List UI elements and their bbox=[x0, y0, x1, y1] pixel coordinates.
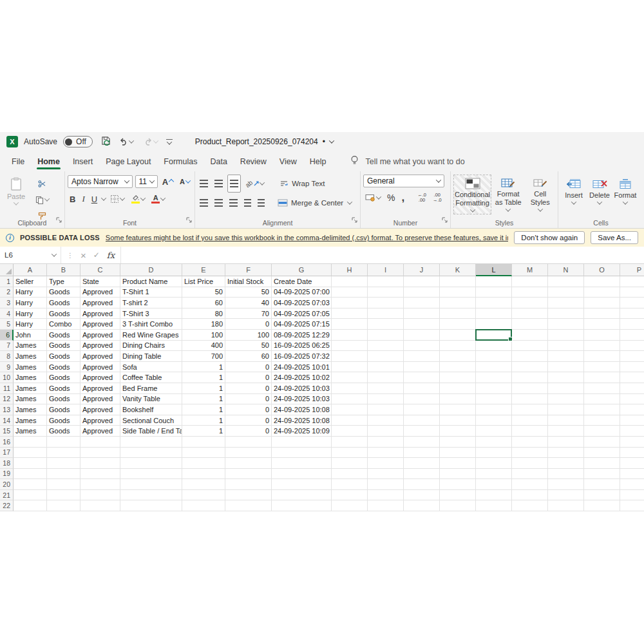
cell-E16[interactable] bbox=[182, 437, 225, 448]
cell-C7[interactable]: Approved bbox=[80, 341, 120, 352]
cell-A3[interactable]: Harry bbox=[14, 298, 47, 308]
cell-N1[interactable] bbox=[548, 276, 584, 287]
cell-F5[interactable]: 0 bbox=[225, 319, 272, 330]
bottom-align-icon[interactable] bbox=[227, 175, 241, 193]
fill-color-icon[interactable] bbox=[129, 192, 147, 206]
cell-C18[interactable] bbox=[80, 458, 120, 469]
cell-K15[interactable] bbox=[440, 426, 476, 437]
row-header-22[interactable]: 22 bbox=[0, 500, 14, 511]
cell-C19[interactable] bbox=[80, 469, 120, 480]
row-header-1[interactable]: 1 bbox=[0, 276, 14, 287]
cell-M20[interactable] bbox=[512, 479, 548, 490]
cell-D6[interactable]: Red Wine Grapes bbox=[120, 330, 182, 341]
cell-A22[interactable] bbox=[14, 500, 47, 511]
cell-L17[interactable] bbox=[476, 448, 512, 459]
tab-insert[interactable]: Insert bbox=[66, 153, 99, 170]
cell-P5[interactable] bbox=[620, 319, 644, 330]
cell-M17[interactable] bbox=[512, 448, 548, 459]
cell-P3[interactable] bbox=[620, 298, 644, 308]
cell-N15[interactable] bbox=[548, 426, 584, 437]
cell-A8[interactable]: James bbox=[14, 351, 47, 362]
cell-H14[interactable] bbox=[332, 415, 368, 426]
cell-M1[interactable] bbox=[512, 276, 548, 287]
cell-J22[interactable] bbox=[404, 500, 440, 511]
column-header-N[interactable]: N bbox=[548, 264, 584, 276]
cell-K14[interactable] bbox=[440, 415, 476, 426]
top-align-icon[interactable] bbox=[198, 176, 210, 191]
undo-icon[interactable] bbox=[117, 135, 135, 149]
cell-K3[interactable] bbox=[440, 298, 476, 308]
cell-K10[interactable] bbox=[440, 372, 476, 383]
cell-D21[interactable] bbox=[120, 490, 182, 501]
cell-J9[interactable] bbox=[404, 362, 440, 373]
cell-E20[interactable] bbox=[182, 479, 225, 490]
cell-H8[interactable] bbox=[332, 351, 368, 362]
cell-C10[interactable]: Approved bbox=[80, 372, 120, 383]
cell-C9[interactable]: Approved bbox=[80, 362, 120, 373]
copy-icon[interactable] bbox=[33, 193, 51, 207]
cell-L11[interactable] bbox=[476, 383, 512, 394]
cell-N8[interactable] bbox=[548, 351, 584, 362]
cell-E1[interactable]: List Price bbox=[182, 276, 225, 287]
cell-A17[interactable] bbox=[14, 448, 47, 459]
middle-align-icon[interactable] bbox=[213, 176, 225, 191]
column-header-G[interactable]: G bbox=[272, 264, 332, 276]
cell-E4[interactable]: 80 bbox=[182, 308, 225, 319]
cell-O21[interactable] bbox=[584, 490, 620, 501]
cell-P14[interactable] bbox=[620, 415, 644, 426]
cell-C22[interactable] bbox=[80, 500, 120, 511]
cell-K21[interactable] bbox=[440, 490, 476, 501]
cell-G20[interactable] bbox=[272, 479, 332, 490]
cell-J8[interactable] bbox=[404, 351, 440, 362]
comma-style-icon[interactable]: , bbox=[399, 191, 406, 205]
decrease-font-size-icon[interactable]: A bbox=[178, 175, 192, 189]
cell-I8[interactable] bbox=[368, 351, 404, 362]
cell-M14[interactable] bbox=[512, 415, 548, 426]
font-dialog-launcher-icon[interactable] bbox=[186, 214, 192, 225]
row-header-14[interactable]: 14 bbox=[0, 415, 14, 426]
cell-E8[interactable]: 700 bbox=[182, 351, 225, 362]
cell-I3[interactable] bbox=[368, 298, 404, 308]
cell-D11[interactable]: Bed Frame bbox=[120, 383, 182, 394]
cell-F20[interactable] bbox=[225, 479, 272, 490]
cell-L4[interactable] bbox=[476, 308, 512, 319]
cell-B8[interactable]: Goods bbox=[47, 351, 80, 362]
cell-A21[interactable] bbox=[14, 490, 47, 501]
cell-L8[interactable] bbox=[476, 351, 512, 362]
cell-P10[interactable] bbox=[620, 372, 644, 383]
cell-F16[interactable] bbox=[225, 437, 272, 448]
cell-O7[interactable] bbox=[584, 341, 620, 352]
cell-G19[interactable] bbox=[272, 469, 332, 480]
save-as-button[interactable]: Save As... bbox=[591, 231, 638, 244]
cell-D4[interactable]: T-Shirt 3 bbox=[120, 308, 182, 319]
insert-function-icon[interactable]: fx bbox=[107, 251, 115, 260]
cell-J7[interactable] bbox=[404, 341, 440, 352]
row-header-4[interactable]: 4 bbox=[0, 308, 14, 319]
cell-N22[interactable] bbox=[548, 500, 584, 511]
number-format-dropdown[interactable]: General bbox=[363, 175, 444, 187]
cell-J3[interactable] bbox=[404, 298, 440, 308]
cell-F4[interactable]: 70 bbox=[225, 308, 272, 319]
cell-K13[interactable] bbox=[440, 404, 476, 415]
row-header-3[interactable]: 3 bbox=[0, 298, 14, 308]
cancel-icon[interactable]: × bbox=[80, 250, 86, 261]
cell-H1[interactable] bbox=[332, 276, 368, 287]
cell-N3[interactable] bbox=[548, 298, 584, 308]
cell-N21[interactable] bbox=[548, 490, 584, 501]
tab-file[interactable]: File bbox=[5, 153, 31, 170]
column-header-J[interactable]: J bbox=[404, 264, 440, 276]
cell-A20[interactable] bbox=[14, 479, 47, 490]
cell-P2[interactable] bbox=[620, 287, 644, 298]
cell-P9[interactable] bbox=[620, 362, 644, 373]
cell-P7[interactable] bbox=[620, 341, 644, 352]
cell-E14[interactable]: 1 bbox=[182, 415, 225, 426]
cell-C11[interactable]: Approved bbox=[80, 383, 120, 394]
cell-D20[interactable] bbox=[120, 479, 182, 490]
cell-K9[interactable] bbox=[440, 362, 476, 373]
cell-J1[interactable] bbox=[404, 276, 440, 287]
cell-O19[interactable] bbox=[584, 469, 620, 480]
accounting-format-icon[interactable] bbox=[363, 191, 383, 205]
cell-C15[interactable]: Approved bbox=[80, 426, 120, 437]
cell-B18[interactable] bbox=[47, 458, 80, 469]
cell-E9[interactable]: 1 bbox=[182, 362, 225, 373]
